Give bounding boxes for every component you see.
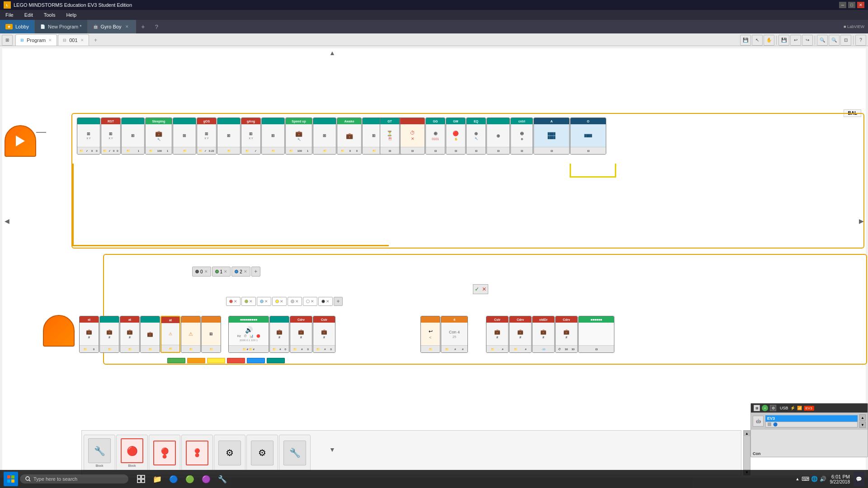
block-teal-1[interactable]: ⊞ X Y 📁 ✓ 0 0 bbox=[77, 117, 100, 155]
scroll-thumb[interactable] bbox=[744, 436, 750, 469]
menu-help[interactable]: Help bbox=[64, 11, 78, 19]
block-sleeping[interactable]: Sleeping 💼 🔧 📁 100 1 bbox=[145, 117, 172, 155]
check-cancel[interactable]: ✕ bbox=[482, 286, 486, 292]
block-bot-green-end[interactable]: ■■■■■■ ⊟ bbox=[578, 316, 614, 353]
block-bot-cstr2[interactable]: Cstr 💼 # 📁 # bbox=[486, 316, 509, 353]
clock[interactable]: 6:01 PM 9/22/2018 bbox=[830, 474, 850, 484]
toolbar-redo-button[interactable]: ↪ bbox=[802, 35, 813, 46]
scroll-sidebar[interactable]: ▲ ▼ bbox=[743, 430, 750, 475]
block-timer[interactable]: ⏱ ✕ ⊟ bbox=[400, 117, 425, 155]
taskbar-file-explorer[interactable]: 📁 bbox=[150, 472, 165, 486]
ev3-settings-icon[interactable]: ⚙ bbox=[770, 405, 776, 411]
ev3-add-icon[interactable]: + bbox=[762, 405, 768, 411]
block-rst[interactable]: RST ⊞ X Y 📁 ✓ 0 0 bbox=[101, 117, 121, 155]
block-gt[interactable]: GT ⏳ ⏰ ⊟ bbox=[380, 117, 400, 155]
color-subtab-black[interactable]: ✕ bbox=[318, 297, 333, 306]
palette-item-6[interactable]: 🔧 bbox=[279, 435, 311, 471]
menu-edit[interactable]: Edit bbox=[23, 11, 35, 19]
taskbar-browser[interactable]: 🔵 bbox=[166, 472, 181, 486]
color-subtab-red[interactable]: ✕ bbox=[226, 297, 241, 306]
block-bot-olddr[interactable]: oldDr 💼 # -10 bbox=[532, 316, 555, 353]
block-teal-6[interactable]: ⊞ 📁 bbox=[313, 117, 336, 155]
close-button[interactable]: ✕ bbox=[857, 2, 864, 8]
block-sound[interactable]: ■■■■■■■■■ 🔊 Hz ⏱ 📊 🔴 2000 0.1 100 1 📁 # … bbox=[228, 316, 269, 353]
seq-tab-1-close[interactable]: ✕ bbox=[224, 269, 227, 274]
toolbar-hand-button[interactable]: ✋ bbox=[764, 35, 774, 46]
color-subtab-red-close[interactable]: ✕ bbox=[234, 299, 237, 304]
color-subtab-yellow[interactable]: ✕ bbox=[272, 297, 287, 306]
block-gm[interactable]: GM 🔴 ✋ ⊟ bbox=[446, 117, 466, 155]
start-block-top[interactable] bbox=[5, 125, 36, 157]
seq-tab-0-close[interactable]: ✕ bbox=[204, 269, 208, 274]
toolbar-snap-button[interactable]: ⊞ bbox=[2, 35, 13, 46]
tab-lobby[interactable]: ★ Lobby bbox=[0, 20, 35, 33]
notification-button[interactable]: 💬 bbox=[854, 472, 864, 486]
toolbar-undo-button[interactable]: ↩ bbox=[790, 35, 801, 46]
seq-tab-0[interactable]: 0 ✕ bbox=[192, 267, 211, 277]
toolbar-zoom-out-button[interactable]: 🔍 bbox=[829, 35, 840, 46]
start-button[interactable] bbox=[4, 472, 18, 486]
minimize-button[interactable]: ─ bbox=[839, 2, 846, 8]
toolbar-zoom-in-button[interactable]: 🔍 bbox=[817, 35, 828, 46]
tab-add-button[interactable]: + bbox=[136, 20, 150, 33]
toolbar-help-button[interactable]: ? bbox=[855, 35, 866, 46]
sub-tab-001[interactable]: ⊟ 001 ✕ bbox=[58, 34, 89, 46]
seq-tab-1[interactable]: 1 ✕ bbox=[212, 267, 231, 277]
color-subtab-gray-close[interactable]: ✕ bbox=[295, 299, 299, 304]
color-subtab-add[interactable]: + bbox=[334, 297, 343, 306]
seq-tab-add[interactable]: + bbox=[251, 267, 260, 277]
toolbar-cursor-button[interactable]: ↖ bbox=[752, 35, 763, 46]
palette-item-3[interactable]: 🔴 🔴 bbox=[181, 435, 213, 471]
block-blue-a[interactable]: A ████ ████ ⊟ bbox=[533, 117, 570, 155]
block-teal-2[interactable]: ⊞ 📁 1 bbox=[121, 117, 145, 155]
block-bot-3[interactable]: 💼 📁 bbox=[140, 316, 160, 353]
nav-arrow-left[interactable]: ◀ bbox=[4, 218, 10, 224]
taskbar-chrome[interactable]: 🟢 bbox=[183, 472, 197, 486]
color-subtab-green[interactable]: ✕ bbox=[241, 297, 256, 306]
block-speedup[interactable]: Speed up 💼 🔧 📁 100 1 bbox=[285, 117, 312, 155]
color-subtab-cyan[interactable]: ✕ bbox=[257, 297, 271, 306]
block-teal-5[interactable]: ⊞ 📁 bbox=[261, 117, 285, 155]
block-bot-orange2[interactable]: ⊞ 📁 bbox=[201, 316, 221, 353]
sub-tab-add[interactable]: + bbox=[89, 34, 103, 46]
nav-arrow-right[interactable]: ▶ bbox=[858, 218, 864, 224]
color-subtab-black-close[interactable]: ✕ bbox=[326, 299, 330, 304]
palette-item-1[interactable]: 🔴 Block bbox=[116, 435, 148, 471]
block-blue-o[interactable]: O ████ ⊟ bbox=[570, 117, 606, 155]
color-subtab-gray[interactable]: ✕ bbox=[288, 297, 302, 306]
block-bot-cdrv3[interactable]: Cdrv 💼 # ⏱ 30 30 bbox=[555, 316, 578, 353]
ev3-scroll-up[interactable]: ▲ bbox=[859, 414, 866, 421]
block-bot-st[interactable]: st 💼 # 📁 0 bbox=[79, 316, 99, 353]
ev3-scroll-down[interactable]: ▼ bbox=[859, 422, 866, 428]
tab-help-button[interactable]: ? bbox=[150, 20, 163, 33]
palette-item-5[interactable]: ⚙ bbox=[246, 435, 278, 471]
tray-up-arrow[interactable]: ▲ bbox=[796, 477, 800, 481]
block-bot-4[interactable]: 4 Con 4 25 📁 # # bbox=[441, 316, 468, 353]
taskbar-search[interactable]: Type here to search bbox=[20, 474, 128, 483]
block-teal-4[interactable]: ⊞ 📁 bbox=[217, 117, 241, 155]
block-bot-2[interactable]: 💼 # 📁 bbox=[99, 316, 119, 353]
taskbar-task-view[interactable] bbox=[134, 472, 148, 486]
block-bot-cstr1[interactable]: Cstr 💼 # 📁 # 0 bbox=[313, 316, 335, 353]
tab-new-program[interactable]: 📄 New Program * bbox=[35, 20, 88, 33]
nav-arrow-up[interactable]: ▲ bbox=[329, 50, 335, 56]
ev3-grid-icon[interactable]: ⊞ bbox=[754, 405, 760, 411]
tab-gyro-boy-close[interactable]: ✕ bbox=[124, 23, 130, 30]
nav-arrow-down[interactable]: ▼ bbox=[329, 446, 335, 453]
taskbar-app-ev3[interactable]: 🔧 bbox=[215, 472, 230, 486]
block-bot-at2[interactable]: at ⚠ 📁 bbox=[160, 316, 180, 353]
block-gg[interactable]: GG ⊕ 0101 ⊟ bbox=[425, 117, 445, 155]
block-teal-8[interactable]: ⊕ ⊟ bbox=[486, 117, 510, 155]
color-subtab-yellow-close[interactable]: ✕ bbox=[280, 299, 283, 304]
block-bot-cdrv2[interactable]: Cdrv 💼 # 📁 # bbox=[509, 316, 532, 353]
start-block-bottom[interactable] bbox=[43, 315, 75, 347]
palette-item-4[interactable]: ⚙ bbox=[214, 435, 245, 471]
check-confirm[interactable]: ✓ bbox=[475, 286, 479, 292]
color-subtab-green-close[interactable]: ✕ bbox=[249, 299, 253, 304]
block-teal-3[interactable]: ⊞ 📁 bbox=[173, 117, 196, 155]
tab-gyro-boy[interactable]: 🤖 Gyro Boy ✕ bbox=[88, 20, 137, 33]
block-bot-orange1[interactable]: ⚠ 📁 bbox=[181, 316, 201, 353]
block-gang[interactable]: gAng ⊞ X Y 📁 ✓ bbox=[241, 117, 261, 155]
seq-tab-2[interactable]: 2 ✕ bbox=[231, 267, 250, 277]
001-tab-close[interactable]: ✕ bbox=[80, 38, 84, 42]
